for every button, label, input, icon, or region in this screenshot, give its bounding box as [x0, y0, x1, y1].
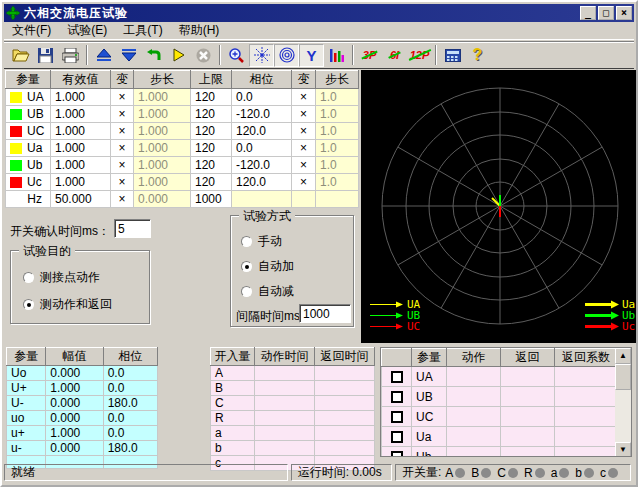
restore-button[interactable]: □	[598, 6, 614, 20]
limit-cell[interactable]: 120	[191, 106, 232, 123]
vary-cell[interactable]: ×	[292, 157, 316, 174]
radio-action-and-return[interactable]: 测动作和返回	[23, 296, 112, 313]
bar-graph-icon[interactable]	[324, 44, 349, 67]
interval-label: 间隔时间ms	[236, 308, 300, 325]
scroll-up-icon[interactable]: ▲	[615, 348, 631, 364]
rms-cell[interactable]: 50.000	[51, 191, 111, 208]
phase-cell[interactable]: -120.0	[232, 157, 292, 174]
menu-file[interactable]: 文件(F)	[4, 20, 59, 41]
scroll-down-icon[interactable]: ▼	[615, 442, 631, 457]
menu-tools[interactable]: 工具(T)	[115, 20, 170, 41]
limit-cell[interactable]: 120	[191, 140, 232, 157]
vary-cell[interactable]: ×	[292, 140, 316, 157]
phase-color-swatch	[10, 92, 22, 103]
binary-input-table: 开入量 动作时间 返回时间 A B C R a b c	[210, 347, 375, 471]
vector-arrow-icon	[370, 300, 404, 309]
switch-state-indicator	[455, 468, 465, 478]
mode-3p-icon[interactable]: 3P	[357, 44, 382, 67]
vary-cell[interactable]: ×	[111, 123, 134, 140]
raise-icon[interactable]	[91, 44, 116, 67]
seq-row: u+1.0000.0	[7, 426, 158, 441]
vary-cell[interactable]: ×	[111, 157, 134, 174]
phase-cell[interactable]: 120.0	[232, 174, 292, 191]
radio-contact-action[interactable]: 测接点动作	[23, 269, 100, 286]
switch-state-indicator	[481, 468, 491, 478]
vary-cell[interactable]: ×	[111, 106, 134, 123]
limit-cell[interactable]: 120	[191, 89, 232, 106]
phase-cell[interactable]: -120.0	[232, 106, 292, 123]
phase-cell[interactable]: 0.0	[232, 140, 292, 157]
input-row: C	[211, 396, 375, 411]
step-cell	[316, 191, 359, 208]
select-checkbox[interactable]	[391, 391, 403, 403]
phase-cell[interactable]: 120.0	[232, 123, 292, 140]
step-cell: 1.000	[134, 123, 191, 140]
interval-input[interactable]	[299, 304, 351, 323]
save-icon[interactable]	[33, 44, 58, 67]
select-checkbox[interactable]	[391, 451, 403, 457]
limit-cell[interactable]: 1000	[191, 191, 232, 208]
vector-arrow-icon	[585, 311, 619, 320]
vary-cell[interactable]: ×	[111, 191, 134, 208]
close-button[interactable]: ×	[616, 6, 632, 20]
vary-cell[interactable]: ×	[111, 174, 134, 191]
mode-6i-icon[interactable]: 6I	[382, 44, 407, 67]
status-switches: 开关量: A B C R a b c	[395, 464, 631, 481]
select-checkbox[interactable]	[391, 431, 403, 443]
rms-cell[interactable]: 1.000	[51, 123, 111, 140]
select-checkbox[interactable]	[391, 371, 403, 383]
vary-cell[interactable]: ×	[292, 123, 316, 140]
limit-cell[interactable]: 120	[191, 174, 232, 191]
switch-name: C	[497, 466, 506, 480]
test-purpose-group: 试验目的 测接点动作 测动作和返回	[10, 250, 150, 324]
phase-cell[interactable]: 0.0	[232, 89, 292, 106]
input-row: A	[211, 366, 375, 381]
legend-left: UA UB UC	[370, 299, 420, 332]
help-icon[interactable]: ?	[465, 44, 490, 67]
vary-cell[interactable]: ×	[292, 89, 316, 106]
seq-row: U-0.000180.0	[7, 396, 158, 411]
radio-label: 手动	[258, 233, 282, 250]
select-checkbox[interactable]	[391, 411, 403, 423]
rms-cell[interactable]: 1.000	[51, 157, 111, 174]
vary-cell[interactable]: ×	[292, 174, 316, 191]
switch-state-indicator	[508, 468, 518, 478]
action-time-cell	[255, 396, 315, 411]
mode-12p-icon[interactable]: 12P	[407, 44, 432, 67]
radio-manual[interactable]: 手动	[241, 233, 282, 250]
vector-arrow-icon	[585, 322, 619, 331]
action-cell	[447, 367, 501, 387]
legend-label: UC	[407, 320, 420, 333]
reset-icon[interactable]	[141, 44, 166, 67]
vary-cell[interactable]: ×	[111, 89, 134, 106]
minimize-button[interactable]: _	[580, 6, 596, 20]
open-icon[interactable]	[8, 44, 33, 67]
limit-cell[interactable]: 120	[191, 123, 232, 140]
coil-view-icon[interactable]	[274, 44, 299, 67]
confirm-time-input[interactable]	[114, 219, 151, 238]
action-time-cell	[255, 441, 315, 456]
radio-auto-increase[interactable]: 自动加	[241, 258, 294, 275]
scroll-thumb[interactable]	[615, 364, 631, 390]
start-icon[interactable]	[166, 44, 191, 67]
rms-cell[interactable]: 1.000	[51, 174, 111, 191]
print-icon[interactable]	[58, 44, 83, 67]
rms-cell[interactable]: 1.000	[51, 140, 111, 157]
phasor-view-icon[interactable]	[249, 44, 274, 67]
vary-cell[interactable]: ×	[292, 106, 316, 123]
vary-cell[interactable]: ×	[111, 140, 134, 157]
rms-cell[interactable]: 1.000	[51, 106, 111, 123]
wye-view-icon[interactable]: Y	[299, 44, 324, 67]
step-cell: 1.000	[134, 89, 191, 106]
zoom-icon[interactable]	[224, 44, 249, 67]
calculator-icon[interactable]	[440, 44, 465, 67]
radio-auto-decrease[interactable]: 自动减	[241, 283, 294, 300]
vertical-scrollbar[interactable]: ▲ ▼	[615, 348, 631, 457]
rms-cell[interactable]: 1.000	[51, 89, 111, 106]
menu-test[interactable]: 试验(E)	[59, 20, 115, 41]
lower-icon[interactable]	[116, 44, 141, 67]
radio-icon	[241, 286, 252, 297]
switch-state-indicator	[608, 468, 618, 478]
menu-help[interactable]: 帮助(H)	[171, 20, 228, 41]
limit-cell[interactable]: 120	[191, 157, 232, 174]
